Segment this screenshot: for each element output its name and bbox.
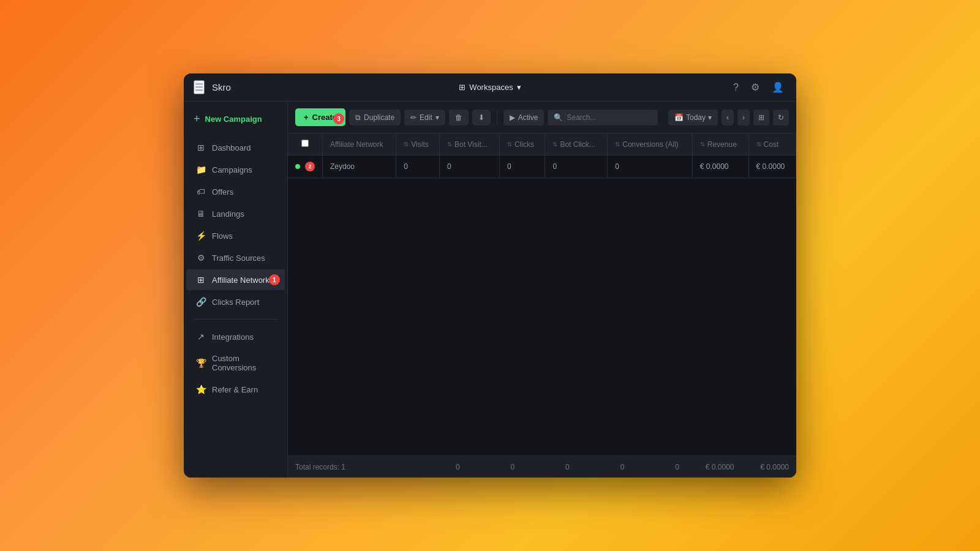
sidebar-item-flows[interactable]: ⚡ Flows — [186, 225, 285, 246]
workspaces-label: Workspaces — [469, 83, 513, 92]
new-campaign-button[interactable]: + New Campaign — [184, 107, 287, 132]
col-affiliate-network-label: Affiliate Network — [330, 140, 383, 149]
select-all-checkbox[interactable] — [301, 140, 309, 147]
sidebar-item-landings[interactable]: 🖥 Landings — [186, 203, 285, 224]
plus-icon: + — [194, 113, 200, 126]
prev-button[interactable]: ‹ — [722, 110, 734, 126]
integrations-icon: ↗ — [196, 332, 206, 342]
col-conversions[interactable]: ⇅ Conversions (All) — [608, 133, 693, 156]
sidebar-item-clicks-report[interactable]: 🔗 Clicks Report — [186, 291, 285, 312]
custom-conversions-icon: 🏆 — [196, 358, 206, 368]
sidebar-item-refer-earn[interactable]: ⭐ Refer & Earn — [186, 379, 285, 400]
settings-icon[interactable]: ⚙ — [748, 79, 762, 96]
toolbar-separator — [497, 110, 497, 125]
landings-icon: 🖥 — [196, 209, 206, 219]
sidebar: + New Campaign ⊞ Dashboard 📁 Campaigns 🏷… — [184, 102, 288, 478]
sort-icon: ⇅ — [404, 141, 409, 148]
today-label: Today — [686, 113, 706, 122]
duplicate-button[interactable]: ⧉ Duplicate — [349, 110, 401, 126]
col-bot-visits-label: Bot Visit... — [454, 140, 488, 149]
sort-icon: ⇅ — [507, 141, 512, 148]
footer-bot-visits: 0 — [460, 463, 515, 471]
search-icon: 🔍 — [554, 113, 563, 122]
account-icon[interactable]: 👤 — [769, 79, 786, 96]
sidebar-item-label: Landings — [212, 209, 244, 219]
sidebar-item-dashboard[interactable]: ⊞ Dashboard — [186, 137, 285, 158]
active-button[interactable]: ▶ Active — [503, 110, 545, 126]
titlebar-right: ? ⚙ 👤 — [688, 79, 786, 96]
duplicate-icon: ⧉ — [355, 113, 361, 122]
cell-affiliate-network: Zeydoo — [323, 156, 396, 178]
sort-icon: ⇅ — [447, 141, 452, 148]
sort-icon: ⇅ — [552, 141, 557, 148]
help-icon[interactable]: ? — [731, 80, 741, 96]
sidebar-item-custom-conversions[interactable]: 🏆 Custom Conversions — [186, 348, 285, 378]
sidebar-item-integrations[interactable]: ↗ Integrations — [186, 326, 285, 347]
cell-revenue: € 0.0000 — [692, 156, 748, 178]
col-bot-clicks[interactable]: ⇅ Bot Click... — [545, 133, 608, 156]
data-table: Affiliate Network ⇅ Visits — [288, 133, 796, 178]
download-button[interactable]: ⬇ — [472, 110, 491, 126]
search-input[interactable] — [567, 113, 652, 122]
offers-icon: 🏷 — [196, 187, 206, 197]
campaigns-icon: 📁 — [196, 165, 206, 174]
menu-icon[interactable]: ☰ — [194, 80, 205, 94]
edit-icon: ✏ — [410, 113, 417, 122]
sidebar-divider — [194, 319, 277, 320]
sort-icon: ⇅ — [700, 141, 705, 148]
edit-button[interactable]: ✏ Edit ▾ — [404, 110, 445, 126]
dashboard-icon: ⊞ — [196, 143, 206, 152]
table-header-row: Affiliate Network ⇅ Visits — [288, 133, 796, 156]
play-icon: ▶ — [510, 113, 515, 122]
flows-icon: ⚡ — [196, 231, 206, 241]
cell-conversions: 0 — [608, 156, 693, 178]
footer-revenue: € 0.0000 — [679, 463, 734, 471]
col-visits[interactable]: ⇅ Visits — [396, 133, 440, 156]
sidebar-item-affiliate-networks[interactable]: ⊞ Affiliate Networks 1 — [186, 269, 285, 290]
cell-cost: € 0.0000 — [748, 156, 796, 178]
refresh-button[interactable]: ↻ — [773, 110, 789, 126]
delete-button[interactable]: 🗑 — [449, 110, 469, 126]
sidebar-item-label: Custom Conversions — [212, 354, 275, 372]
next-button[interactable]: › — [737, 110, 750, 126]
workspaces-button[interactable]: ⊞ Workspaces ▾ — [454, 80, 526, 94]
col-bot-clicks-label: Bot Click... — [560, 140, 595, 149]
chevron-down-icon: ▾ — [517, 83, 521, 92]
download-icon: ⬇ — [478, 113, 484, 122]
today-button[interactable]: 📅 Today ▾ — [668, 110, 718, 126]
grid-icon: ⊞ — [459, 83, 466, 92]
titlebar: ☰ Skro ⊞ Workspaces ▾ ? ⚙ 👤 — [184, 73, 796, 102]
columns-view-button[interactable]: ⊞ — [753, 110, 769, 126]
total-records: Total records: 1 — [295, 463, 405, 471]
calendar-icon: 📅 — [674, 113, 684, 122]
toolbar: + Create 3 ⧉ Duplicate ✏ Edit ▾ 🗑 — [288, 102, 796, 133]
cell-bot-clicks: 0 — [545, 156, 608, 178]
content-area: + Create 3 ⧉ Duplicate ✏ Edit ▾ 🗑 — [288, 102, 796, 478]
sidebar-item-label: Integrations — [212, 332, 254, 342]
col-affiliate-network[interactable]: Affiliate Network — [323, 133, 396, 156]
col-cost[interactable]: ⇅ Cost — [748, 133, 796, 156]
app-title: Skro — [212, 82, 231, 92]
titlebar-center: ⊞ Workspaces ▾ — [292, 80, 688, 94]
sidebar-item-offers[interactable]: 🏷 Offers — [186, 181, 285, 202]
col-revenue[interactable]: ⇅ Revenue — [692, 133, 748, 156]
sidebar-item-traffic-sources[interactable]: ⚙ Traffic Sources — [186, 247, 285, 268]
sidebar-item-campaigns[interactable]: 📁 Campaigns — [186, 159, 285, 180]
col-clicks[interactable]: ⇅ Clicks — [499, 133, 545, 156]
col-bot-visits[interactable]: ⇅ Bot Visit... — [439, 133, 499, 156]
sidebar-item-label: Clicks Report — [212, 298, 259, 307]
footer-bot-clicks: 0 — [570, 463, 625, 471]
col-checkbox — [288, 133, 323, 156]
status-dot — [295, 164, 300, 169]
cell-bot-visits: 0 — [439, 156, 499, 178]
sort-icon: ⇅ — [615, 141, 620, 148]
sidebar-item-label: Traffic Sources — [212, 253, 265, 263]
table-row[interactable]: 2 Zeydoo 0 0 0 0 0 € 0.0000 € 0.0000 — [288, 156, 796, 178]
sidebar-item-label: Offers — [212, 187, 233, 197]
footer-visits: 0 — [405, 463, 460, 471]
sidebar-item-label: Flows — [212, 231, 233, 241]
row-select-cell: 2 — [288, 156, 323, 178]
toolbar-right: 📅 Today ▾ ‹ › ⊞ ↻ — [668, 110, 789, 126]
col-clicks-label: Clicks — [514, 140, 534, 149]
col-cost-label: Cost — [764, 140, 779, 149]
